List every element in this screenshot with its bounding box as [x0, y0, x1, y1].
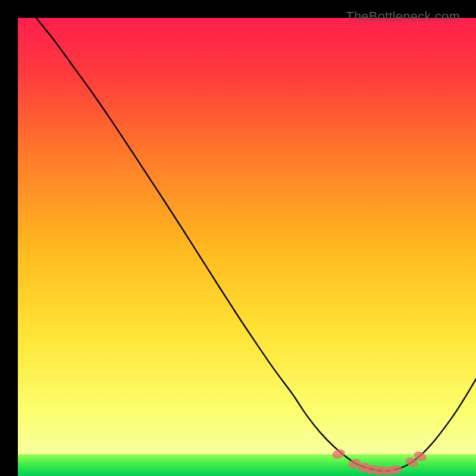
chart-svg — [18, 18, 476, 476]
marker-dot — [389, 465, 402, 474]
chart-frame: TheBottleneck.com — [9, 9, 467, 467]
watermark-text: TheBottleneck.com — [346, 9, 460, 24]
gradient-background — [18, 18, 476, 476]
